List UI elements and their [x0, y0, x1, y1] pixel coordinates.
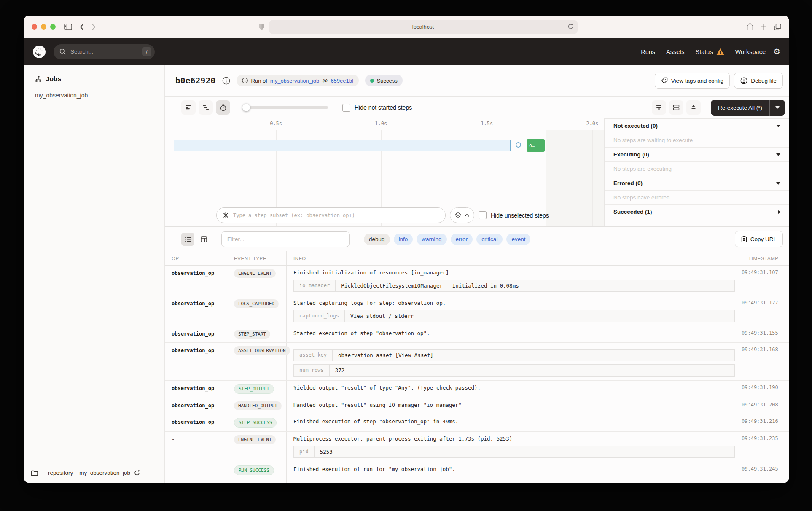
- panel-section-header[interactable]: Succeeded (1): [605, 205, 789, 219]
- panel-empty-message: No steps have errored: [613, 194, 670, 201]
- status-badge: Success: [365, 75, 403, 86]
- job-link[interactable]: my_observation_job: [270, 78, 319, 84]
- level-filter-debug[interactable]: debug: [364, 234, 390, 245]
- settings-gear-icon[interactable]: ⚙: [773, 48, 780, 56]
- global-search[interactable]: /: [54, 44, 155, 59]
- run-header: b0e62920 Run of my_observation_job @ 659…: [165, 65, 789, 97]
- checkbox-box[interactable]: [342, 104, 350, 112]
- info-icon[interactable]: [222, 77, 230, 85]
- share-icon[interactable]: [747, 23, 753, 31]
- log-list-view-button[interactable]: [181, 233, 194, 246]
- panel-section-title: Not executed (0): [613, 123, 658, 129]
- log-row[interactable]: observation_opLOGS_CAPTUREDStarted captu…: [165, 296, 789, 326]
- reload-icon[interactable]: [567, 23, 574, 30]
- metadata-link[interactable]: PickledObjectFilesystemIOManager: [341, 282, 443, 289]
- step-subset-input[interactable]: [232, 212, 439, 219]
- minimize-window-button[interactable]: [41, 24, 46, 30]
- hide-unselected-checkbox[interactable]: Hide unselected steps: [479, 211, 549, 219]
- commit-link[interactable]: 659ee1bf: [331, 78, 353, 84]
- op-cell: observation_op: [165, 296, 227, 326]
- forward-icon[interactable]: [91, 24, 96, 30]
- panel-section-header[interactable]: Not executed (0): [605, 119, 789, 133]
- step-subset-row: Hide unselected steps: [216, 207, 549, 223]
- flat-view-button[interactable]: [181, 100, 196, 115]
- log-row[interactable]: -ENGINE_EVENTMultiprocess executor: pare…: [165, 432, 789, 462]
- panel-section-header[interactable]: Errored (0): [605, 176, 789, 191]
- folder-icon: [31, 470, 38, 476]
- zoom-window-button[interactable]: [50, 24, 56, 30]
- level-filter-warning[interactable]: warning: [417, 234, 446, 245]
- log-row[interactable]: observation_opSTEP_OUTPUTYielded output …: [165, 381, 789, 398]
- level-filter-critical[interactable]: critical: [476, 234, 503, 245]
- zoom-slider[interactable]: [244, 106, 328, 109]
- gantt-step-bar[interactable]: o…: [527, 139, 545, 152]
- log-row[interactable]: observation_opHANDLED_OUTPUTHandled outp…: [165, 398, 789, 414]
- log-filter-input[interactable]: [221, 231, 350, 247]
- panel-empty-message: No steps are waiting to execute: [613, 137, 693, 143]
- timestamp-cell: 09:49:31.190: [742, 381, 789, 398]
- new-tab-icon[interactable]: [761, 24, 767, 30]
- sidebar-item-job[interactable]: my_observation_job: [24, 83, 164, 99]
- graph-query-toggle[interactable]: [450, 207, 474, 223]
- log-row[interactable]: observation_opSTEP_SUCCESSFinished execu…: [165, 414, 789, 432]
- timed-view-button[interactable]: [216, 100, 230, 115]
- reexecute-menu-button[interactable]: [770, 100, 785, 116]
- panel-section-header[interactable]: Executing (0): [605, 148, 789, 162]
- log-row[interactable]: observation_opENGINE_EVENTFinished initi…: [165, 266, 789, 296]
- reexecute-split-button: Re-execute All (*): [711, 100, 785, 116]
- layers-icon: [455, 212, 461, 218]
- metadata-entry: pid5253: [293, 446, 735, 458]
- toggle-sidebar-icon[interactable]: [64, 24, 72, 30]
- waterfall-view-button[interactable]: [199, 100, 213, 115]
- gantt-chart: 0.5s1.0s1.5s2.0s o…: [165, 118, 604, 226]
- nav-item-assets[interactable]: Assets: [666, 48, 685, 55]
- nav-item-status[interactable]: Status: [696, 48, 724, 55]
- level-filter-info[interactable]: info: [394, 234, 413, 245]
- event-type-cell: ASSET_OBSERVATION: [227, 343, 287, 380]
- search-input[interactable]: [70, 48, 122, 55]
- log-row[interactable]: observation_opASSET_OBSERVATIONasset_key…: [165, 343, 789, 381]
- metadata-value: 372: [330, 365, 734, 376]
- privacy-shield-icon[interactable]: [258, 23, 265, 30]
- nav-label: Assets: [666, 48, 685, 55]
- back-icon[interactable]: [80, 24, 84, 30]
- timestamp-cell: 09:49:31.107: [742, 266, 789, 296]
- dagster-logo[interactable]: [32, 45, 46, 59]
- tab-overview-icon[interactable]: [774, 24, 781, 30]
- step-subset-field[interactable]: [216, 207, 446, 223]
- panel-section-body: No steps are waiting to execute: [605, 133, 789, 148]
- op-name: observation_op: [172, 419, 214, 425]
- repository-footer[interactable]: __repository__my_observation_job: [24, 463, 164, 483]
- log-row[interactable]: -ENGINE_EVENTProcess for run exited (pid…: [165, 479, 789, 483]
- expand-rows-button[interactable]: [669, 100, 683, 115]
- reload-repository-icon[interactable]: [134, 470, 140, 476]
- op-cell: -: [165, 479, 227, 483]
- op-name: observation_op: [172, 403, 214, 409]
- address-bar[interactable]: localhost: [269, 20, 578, 34]
- event-type-cell: STEP_OUTPUT: [227, 381, 287, 398]
- metadata-link[interactable]: View Asset: [398, 352, 430, 358]
- checkbox-box[interactable]: [479, 211, 487, 219]
- nav-label: Status: [696, 48, 713, 55]
- nav-item-runs[interactable]: Runs: [641, 48, 655, 55]
- close-window-button[interactable]: [32, 24, 37, 30]
- zoom-slider-thumb[interactable]: [242, 104, 250, 111]
- copy-url-button[interactable]: Copy URL: [735, 231, 783, 247]
- metadata-entry: captured_logsView stdout / stderr: [293, 310, 735, 322]
- timestamp-cell: 09:49:31.245: [742, 462, 789, 479]
- collapse-all-button[interactable]: [652, 100, 666, 115]
- hide-not-started-checkbox[interactable]: Hide not started steps: [342, 104, 412, 112]
- timestamp-cell: 09:49:31.216: [742, 414, 789, 431]
- reexecute-all-button[interactable]: Re-execute All (*): [711, 100, 770, 116]
- log-row[interactable]: observation_opSTEP_STARTStarted executio…: [165, 326, 789, 343]
- log-row[interactable]: -RUN_SUCCESSFinished execution of run fo…: [165, 462, 789, 479]
- debug-file-button[interactable]: Debug file: [734, 73, 783, 89]
- nav-item-workspace[interactable]: Workspace: [735, 48, 766, 55]
- event-type-cell: ENGINE_EVENT: [227, 479, 287, 483]
- level-filter-error[interactable]: error: [451, 234, 473, 245]
- log-structured-view-button[interactable]: [197, 233, 210, 246]
- collapse-up-button[interactable]: [686, 100, 701, 115]
- view-tags-config-button[interactable]: View tags and config: [655, 73, 730, 89]
- panel-section-title: Succeeded (1): [613, 209, 652, 215]
- level-filter-event[interactable]: event: [506, 234, 530, 245]
